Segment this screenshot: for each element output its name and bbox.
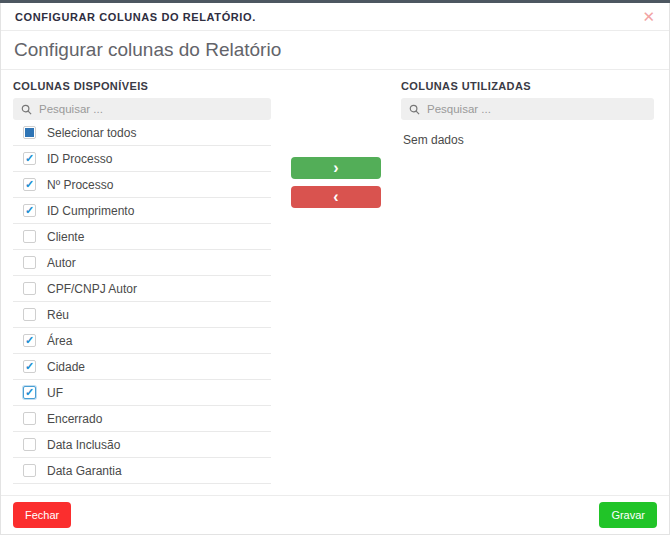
list-item-label: Réu: [47, 308, 69, 322]
list-item[interactable]: CPF/CNPJ Autor: [13, 276, 271, 302]
list-item-label: Encerrado: [47, 412, 102, 426]
available-columns-heading: COLUNAS DISPONÍVEIS: [13, 80, 271, 92]
list-item[interactable]: ✓UF: [13, 380, 271, 406]
empty-state-text: Sem dados: [401, 120, 654, 147]
list-item[interactable]: ✓Nº Processo: [13, 172, 271, 198]
list-item[interactable]: Selecionar todos: [13, 120, 271, 146]
search-icon: [21, 104, 32, 115]
checkbox[interactable]: [23, 438, 36, 451]
checkbox[interactable]: ✓: [23, 386, 36, 399]
available-search-input[interactable]: [39, 103, 263, 115]
available-search[interactable]: [13, 98, 271, 120]
checkbox[interactable]: [23, 256, 36, 269]
checkbox[interactable]: ✓: [23, 204, 36, 217]
list-item-label: Área: [47, 334, 72, 348]
list-item-label: Autor: [47, 256, 76, 270]
checkbox[interactable]: [23, 126, 36, 139]
configure-columns-modal: CONFIGURAR COLUNAS DO RELATÓRIO. ✕ Confi…: [0, 3, 670, 535]
chevron-left-icon: ‹: [333, 187, 338, 207]
list-item-label: ID Processo: [47, 152, 112, 166]
list-item[interactable]: Autor: [13, 250, 271, 276]
modal-header: CONFIGURAR COLUNAS DO RELATÓRIO. ✕: [1, 3, 669, 31]
list-item[interactable]: Data Garantia: [13, 458, 271, 484]
checkbox[interactable]: ✓: [23, 178, 36, 191]
used-search-input[interactable]: [427, 103, 646, 115]
chevron-right-icon: ›: [333, 158, 338, 178]
list-item[interactable]: ✓Área: [13, 328, 271, 354]
checkbox[interactable]: [23, 282, 36, 295]
page-title: Configurar colunas do Relatório: [14, 39, 281, 61]
available-columns-panel: COLUNAS DISPONÍVEIS Selecionar todos✓ID …: [13, 80, 271, 495]
checkbox[interactable]: [23, 464, 36, 477]
list-item-label: Cliente: [47, 230, 84, 244]
list-item[interactable]: Encerrado: [13, 406, 271, 432]
list-item-label: Cidade: [47, 360, 85, 374]
modal-content: COLUNAS DISPONÍVEIS Selecionar todos✓ID …: [1, 70, 669, 495]
checkbox[interactable]: [23, 230, 36, 243]
select-all-fill-icon: [25, 128, 34, 137]
list-item-label: Data Garantia: [47, 464, 122, 478]
list-item[interactable]: Data Inclusão: [13, 432, 271, 458]
available-list: Selecionar todos✓ID Processo✓Nº Processo…: [13, 120, 271, 484]
list-item-label: Data Inclusão: [47, 438, 120, 452]
list-item[interactable]: ✓ID Cumprimento: [13, 198, 271, 224]
checkbox[interactable]: ✓: [23, 334, 36, 347]
move-right-button[interactable]: ›: [291, 157, 381, 179]
checkbox[interactable]: ✓: [23, 152, 36, 165]
list-item-label: CPF/CNPJ Autor: [47, 282, 137, 296]
close-icon[interactable]: ✕: [642, 9, 655, 24]
list-item-label: ID Cumprimento: [47, 204, 134, 218]
move-left-button[interactable]: ‹: [291, 186, 381, 208]
used-search[interactable]: [401, 98, 654, 120]
checkbox[interactable]: [23, 308, 36, 321]
list-item-label: UF: [47, 386, 63, 400]
modal-footer: Fechar Gravar: [1, 495, 669, 534]
save-button[interactable]: Gravar: [599, 502, 657, 528]
list-item-label: Selecionar todos: [47, 126, 136, 140]
list-item[interactable]: Réu: [13, 302, 271, 328]
search-icon: [409, 104, 420, 115]
used-columns-heading: COLUNAS UTILIZADAS: [401, 80, 654, 92]
used-columns-panel: COLUNAS UTILIZADAS Sem dados: [401, 80, 654, 495]
modal-header-title: CONFIGURAR COLUNAS DO RELATÓRIO.: [15, 11, 256, 23]
list-item[interactable]: Cliente: [13, 224, 271, 250]
close-button[interactable]: Fechar: [13, 502, 71, 528]
transfer-controls: › ‹: [271, 80, 401, 495]
list-item-label: Nº Processo: [47, 178, 113, 192]
list-item[interactable]: ✓Cidade: [13, 354, 271, 380]
checkbox[interactable]: [23, 412, 36, 425]
title-block: Configurar colunas do Relatório: [1, 31, 669, 70]
checkbox[interactable]: ✓: [23, 360, 36, 373]
list-item[interactable]: ✓ID Processo: [13, 146, 271, 172]
